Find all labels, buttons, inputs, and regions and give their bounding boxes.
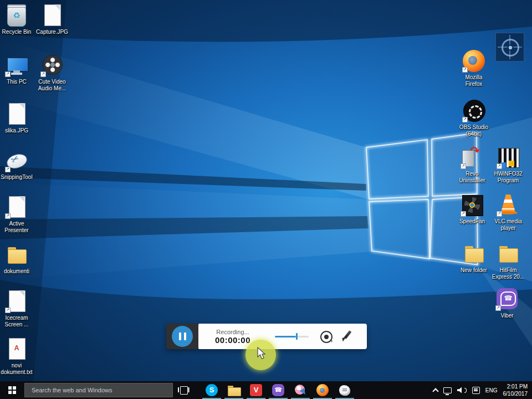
desktop-icon-image	[496, 145, 520, 170]
task-view-button[interactable]	[173, 381, 194, 399]
desktop-icon-label: Viber	[489, 313, 525, 319]
start-button[interactable]	[0, 381, 24, 399]
desktop-icon-new-folder[interactable]: New folder	[456, 242, 492, 274]
taskbar-app-icecream-recorder[interactable]	[289, 381, 311, 399]
tray-expand-chevron-icon[interactable]	[432, 388, 438, 394]
windows-logo-icon	[8, 386, 12, 390]
desktop-icon-speedfan[interactable]: SpeedFan	[454, 193, 490, 225]
speaker-glyph	[457, 387, 464, 393]
desktop-icon-novi-dokument[interactable]: novi dokument.txt	[0, 337, 34, 376]
desktop-icon-icecream-screen[interactable]: Icecream Screen ...	[0, 289, 34, 328]
shortcut-arrow-icon	[462, 67, 468, 73]
taskbar: ENG 2:01 PM 6/10/2017	[0, 381, 532, 399]
desktop-icon-slika-jpg[interactable]: slika.JPG	[0, 102, 34, 134]
desktop-icon-dokumenti[interactable]: dokumenti	[0, 243, 34, 275]
volume-icon[interactable]	[457, 387, 467, 393]
shortcut-arrow-icon	[5, 167, 11, 172]
desktop-icon-capture-jpg[interactable]: Capture.JPG	[34, 3, 70, 35]
capture-area-target[interactable]	[492, 32, 527, 62]
language-indicator[interactable]: ENG	[485, 387, 498, 393]
desktop-icon-vlc[interactable]: VLC media player	[490, 193, 526, 232]
taskbar-app-icon	[338, 383, 351, 397]
recording-status-block: Recording... 00:00:00	[215, 329, 250, 345]
speaker-wave-glyph	[464, 388, 467, 393]
taskbar-app-vivaldi[interactable]	[245, 381, 267, 399]
desktop-icon-revo-uninstaller[interactable]: Revo Uninstaller	[454, 145, 490, 184]
desktop-icon-image	[496, 242, 520, 266]
desktop-icon-image	[4, 337, 29, 361]
mouse-cursor	[257, 347, 266, 360]
shortcut-arrow-icon	[5, 213, 11, 219]
desktop-icon-image	[4, 289, 29, 314]
desktop-icon-label: HitFilm Express 20...	[490, 267, 526, 280]
desktop-icon-label: Active Presenter	[0, 221, 34, 234]
shortcut-arrow-icon	[497, 211, 502, 217]
volume-slider[interactable]	[275, 333, 309, 340]
desktop-icon-image	[40, 3, 64, 28]
desktop-icon-this-pc[interactable]: This PC	[0, 53, 34, 85]
search-input[interactable]	[25, 383, 172, 397]
shortcut-arrow-icon	[461, 163, 466, 169]
taskbar-app-firefox[interactable]	[311, 381, 334, 399]
desktop-icon-label: Recycle Bin	[0, 29, 34, 35]
desktop-icon-active-presenter[interactable]: Active Presenter	[0, 195, 34, 234]
shortcut-arrow-icon	[497, 163, 502, 169]
taskbar-app-icon	[294, 383, 307, 397]
desktop-icon-image	[4, 102, 29, 126]
desktop-icon-obs-studio[interactable]: OBS Studio (64bit)	[456, 99, 492, 137]
recording-timer: 00:00:00	[215, 335, 250, 345]
clock-date: 6/10/2017	[503, 390, 528, 397]
desktop-icon-image	[4, 149, 29, 173]
recording-toolbar-panel: Recording... 00:00:00	[198, 324, 367, 349]
desktop-icon-image	[4, 3, 29, 28]
desktop-icon-recycle-bin[interactable]: Recycle Bin	[0, 3, 34, 35]
desktop-icon-label: SpeedFan	[454, 218, 490, 225]
desktop-icon-snipping-tool[interactable]: SnippingTool	[0, 149, 34, 181]
desktop-area[interactable]: Recycle Bin Capture.JPG This PC Cute V	[0, 0, 532, 381]
taskbar-app-icon	[227, 383, 241, 397]
taskbar-app-icon	[272, 383, 285, 397]
pause-icon	[184, 332, 186, 340]
shortcut-arrow-icon	[461, 211, 466, 217]
taskbar-app-white-app[interactable]	[334, 381, 356, 399]
network-icon[interactable]	[443, 387, 452, 393]
desktop-icon-label: Mozilla Firefox	[456, 74, 492, 88]
pause-icon	[179, 332, 181, 340]
taskbar-app-skype[interactable]	[201, 381, 223, 399]
desktop-icon-hitfilm-express[interactable]: HitFilm Express 20...	[490, 242, 526, 280]
desktop-icon-image	[495, 32, 524, 61]
shortcut-arrow-icon	[5, 308, 11, 313]
desktop-icon-image	[462, 99, 486, 123]
desktop-icon-label: OBS Studio (64bit)	[456, 124, 492, 137]
desktop-icon-image	[40, 53, 64, 78]
desktop-icon-hwinfo32-program[interactable]: HWiNFO32 Program	[490, 145, 526, 184]
desktop-icon-cute-video-audio[interactable]: Cute Video Audio Me...	[34, 53, 70, 92]
taskbar-app-viber[interactable]	[267, 381, 289, 399]
desktop-icon-mozilla-firefox[interactable]: Mozilla Firefox	[456, 49, 492, 88]
clock[interactable]: 2:01 PM 6/10/2017	[503, 383, 528, 397]
action-center-icon[interactable]	[472, 387, 480, 394]
desktop-icon-label: dokumenti	[0, 268, 34, 275]
shortcut-arrow-icon	[495, 305, 501, 311]
taskbar-app-icon	[205, 383, 218, 397]
taskbar-app-icon	[249, 383, 263, 397]
desktop-icon-label: HWiNFO32 Program	[490, 171, 526, 184]
desktop-icon-label: Capture.JPG	[34, 29, 70, 35]
taskbar-search	[24, 383, 173, 397]
desktop-icon-image	[460, 193, 484, 217]
desktop-icon-image	[460, 145, 484, 170]
desktop-icon-label: Revo Uninstaller	[454, 171, 490, 184]
desktop-icon-image	[462, 242, 486, 266]
draw-tool-button[interactable]	[341, 330, 353, 342]
desktop-icon-label: Cute Video Audio Me...	[34, 79, 70, 92]
desktop-icon-image	[4, 53, 29, 78]
shortcut-arrow-icon	[462, 117, 468, 122]
pause-button[interactable]	[172, 326, 193, 347]
webcam-button[interactable]	[320, 330, 332, 342]
recording-status-label: Recording...	[215, 329, 250, 335]
recording-toolbar-left	[166, 324, 198, 349]
slider-track	[275, 336, 296, 337]
desktop-icon-viber[interactable]: Viber	[489, 287, 525, 319]
desktop-icon-label: This PC	[0, 79, 34, 85]
taskbar-app-file-explorer[interactable]	[223, 381, 245, 399]
